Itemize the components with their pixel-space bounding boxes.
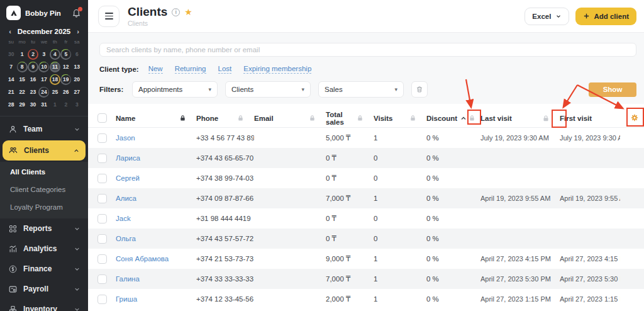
calendar-day[interactable]: 21 [6,87,16,98]
filter-dropdown-sales[interactable]: Sales ▾ [318,81,404,98]
sidebar-item-reports[interactable]: Reports [0,218,88,239]
sidebar-item-finance[interactable]: Finance [0,259,88,279]
breadcrumb: Clients [128,20,192,27]
calendar-day[interactable]: 20 [72,74,82,85]
client-name-link[interactable]: Ольга [116,235,136,242]
calendar-prev-icon[interactable]: ‹ [7,28,13,35]
sidebar-item-team[interactable]: Team [0,119,88,139]
filter-dropdown-clients[interactable]: Clients ▾ [225,81,311,98]
info-icon[interactable]: i [172,8,180,16]
row-checkbox[interactable] [97,274,107,284]
client-name-link[interactable]: Сергей [116,174,140,182]
row-checkbox[interactable] [97,234,107,244]
grid-icon [8,223,18,234]
client-name-link[interactable]: Алиса [116,195,136,202]
filter-dropdown-appointments[interactable]: Appointments ▾ [132,81,218,98]
calendar-day[interactable]: 28 [6,99,16,110]
calendar-day[interactable]: 3 [38,49,49,60]
chevron-down-icon [74,286,80,293]
calendar-day[interactable]: 23 [28,87,38,98]
calendar-day[interactable]: 29 [17,99,28,110]
calendar-day[interactable]: 2 [60,99,71,110]
calendar-day[interactable]: 4 [50,49,60,60]
calendar-day[interactable]: 13 [72,62,82,72]
sort-ascending-icon[interactable] [460,115,467,122]
sidebar-item-loyalty-program[interactable]: Loyalty Program [0,198,88,216]
lock-icon[interactable] [237,115,244,122]
sidebar-item-analytics[interactable]: Analytics [0,239,88,259]
calendar-day[interactable]: 10 [38,62,49,72]
calendar-day[interactable]: 8 [17,62,28,72]
client-name-link[interactable]: Лариса [116,154,140,162]
calendar-next-icon[interactable]: › [75,28,81,35]
calendar-day[interactable]: 25 [50,87,60,98]
calendar-day[interactable]: 18 [50,74,60,85]
lock-icon[interactable] [542,115,550,122]
sidebar-item-all-clients[interactable]: All Clients [0,163,88,181]
calendar-day[interactable]: 9 [28,62,38,72]
excel-export-button[interactable]: Excel [525,8,569,25]
row-checkbox[interactable] [97,133,107,143]
lock-icon[interactable] [179,115,186,122]
client-type-lost-link[interactable]: Lost [218,65,232,74]
calendar-day[interactable]: 5 [60,49,71,60]
client-type-expiring-membership-link[interactable]: Expiring membership [243,65,311,74]
calendar-day[interactable]: 30 [28,99,38,110]
lock-icon[interactable] [357,115,364,122]
client-name-link[interactable]: Соня Абрамова [116,255,169,263]
calendar-day[interactable]: 31 [38,99,49,110]
calendar-day[interactable]: 1 [17,49,28,60]
row-checkbox[interactable] [97,174,107,183]
client-last-visit: April 27, 2023 4:15 PM [480,255,560,263]
clear-filters-button[interactable] [411,81,428,98]
add-client-button[interactable]: Add client [575,8,636,25]
sidebar-item-inventory[interactable]: Inventory [0,299,88,311]
select-all-checkbox[interactable] [97,113,107,123]
calendar-day[interactable]: 17 [38,74,49,85]
calendar-day[interactable]: 19 [60,74,71,85]
row-checkbox[interactable] [97,295,107,304]
row-checkbox[interactable] [97,214,107,223]
sidebar-item-client-categories[interactable]: Client Categories [0,181,88,198]
calendar-day[interactable]: 11 [50,62,60,72]
row-checkbox[interactable] [97,154,107,163]
calendar-day[interactable]: 3 [72,99,82,110]
calendar-day[interactable]: 27 [72,87,82,98]
client-first-visit: April 19, 2023 9:55 AM [560,195,620,202]
sidebar-item-label: Reports [23,224,52,233]
client-name-link[interactable]: Jason [116,134,135,142]
hamburger-menu-button[interactable] [98,6,119,27]
calendar-day[interactable]: 16 [28,74,38,85]
calendar-day[interactable]: 2 [28,49,38,60]
sidebar-item-payroll[interactable]: Payroll [0,279,88,299]
calendar-day[interactable]: 1 [50,99,60,110]
client-type-new-link[interactable]: New [148,65,163,74]
favorite-star-icon[interactable]: ★ [184,8,192,16]
calendar-day[interactable]: 30 [6,49,16,60]
calendar-day-name: mo [16,39,27,48]
row-checkbox[interactable] [97,194,107,203]
table-settings-gear-icon[interactable] [630,113,639,123]
calendar-day-name: fr [60,39,71,48]
calendar-day[interactable]: 7 [6,62,16,72]
show-button[interactable]: Show [589,82,636,97]
calendar-day[interactable]: 26 [60,87,71,98]
client-name-link[interactable]: Гриша [116,295,137,303]
calendar-day[interactable]: 24 [38,87,49,98]
calendar-day[interactable]: 22 [17,87,28,98]
calendar-day[interactable]: 6 [72,49,82,60]
client-name-link[interactable]: Jack [116,215,131,222]
calendar-day[interactable]: 15 [17,74,28,85]
calendar-day[interactable]: 14 [6,74,16,85]
sidebar-item-clients[interactable]: Clients [3,140,86,161]
client-type-returning-link[interactable]: Returning [175,65,206,74]
lock-icon[interactable] [409,115,416,122]
lock-icon[interactable] [469,115,475,122]
client-name-link[interactable]: Галина [116,275,140,283]
calendar-day[interactable]: 12 [60,62,71,72]
notifications-bell-icon[interactable] [72,8,82,18]
search-input[interactable] [99,43,636,57]
client-phone: +374 43 57-57-72 [196,235,254,242]
row-checkbox[interactable] [97,254,107,264]
lock-icon[interactable] [309,115,316,122]
